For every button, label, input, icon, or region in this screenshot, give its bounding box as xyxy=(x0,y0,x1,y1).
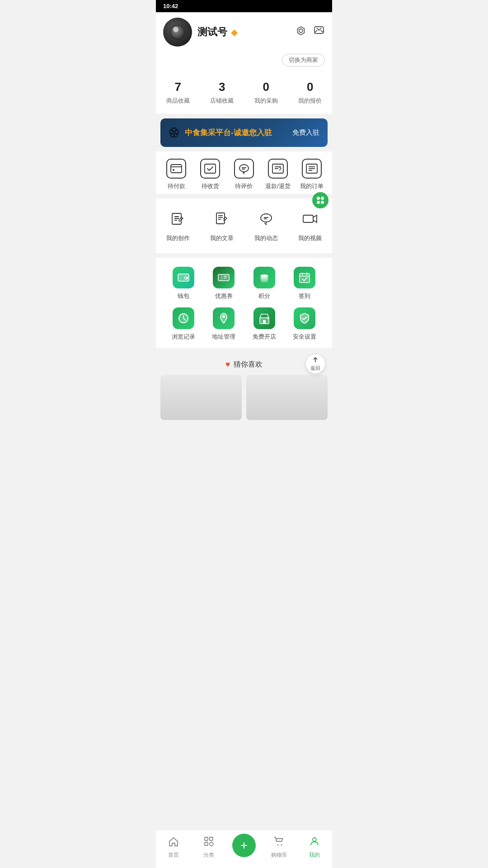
banner-left: 🏵 中食集采平台-诚邀您入驻 xyxy=(169,126,272,140)
svg-point-3 xyxy=(173,169,174,171)
checkin-icon xyxy=(294,267,315,288)
banner-badge-icon: 🏵 xyxy=(169,126,180,140)
status-time: 10:42 xyxy=(163,3,178,9)
refund-icon xyxy=(268,159,288,179)
svg-rect-39 xyxy=(263,320,266,324)
wallet-item-security[interactable]: 安全设置 xyxy=(285,307,325,341)
stat-label-quote: 我的报价 xyxy=(298,97,322,105)
order-label-pending-receipt: 待收货 xyxy=(202,182,219,190)
switch-merchant-row: 切换为商家 xyxy=(156,54,332,73)
stat-number-purchase: 0 xyxy=(263,80,269,94)
svg-point-24 xyxy=(185,278,186,279)
order-label-pending-review: 待评价 xyxy=(235,182,253,190)
svg-rect-2 xyxy=(171,165,182,173)
address-icon xyxy=(213,307,235,329)
product-row xyxy=(156,375,332,420)
status-bar: 10:42 xyxy=(156,0,332,12)
my-creation-icon xyxy=(170,211,186,230)
banner-action-button[interactable]: 免费入驻 xyxy=(292,128,319,137)
wallet-item-coupon[interactable]: 优惠券 xyxy=(204,267,244,300)
pending-review-icon xyxy=(234,159,254,179)
stat-number-goods-collection: 7 xyxy=(175,80,181,94)
order-label-my-orders: 我的订单 xyxy=(300,182,324,190)
history-icon xyxy=(173,307,194,329)
order-item-pending-receipt[interactable]: 待收货 xyxy=(193,159,227,190)
order-item-refund[interactable]: 退款/退货 xyxy=(261,159,295,190)
corner-badge xyxy=(312,192,328,208)
username: 测试号 xyxy=(197,25,227,39)
product-card-2[interactable] xyxy=(246,375,328,420)
platform-banner[interactable]: 🏵 中食集采平台-诚邀您入驻 免费入驻 xyxy=(160,118,328,147)
svg-point-5 xyxy=(239,165,249,172)
stat-item-goods-collection[interactable]: 7 商品收藏 xyxy=(166,80,190,105)
order-item-pending-review[interactable]: 待评价 xyxy=(227,159,261,190)
creation-grid: 我的创作 我的文章 xyxy=(156,208,332,246)
wallet-item-points[interactable]: 积分 xyxy=(244,267,285,300)
recommend-header-wrapper: ♥ 猜你喜欢 返回 xyxy=(156,353,332,375)
svg-point-18 xyxy=(261,214,272,222)
wallet-grid: 钱包 优惠券 xyxy=(163,267,325,341)
wallet-item-store[interactable]: 免费开店 xyxy=(244,307,285,341)
recommend-title: 猜你喜欢 xyxy=(234,360,263,369)
creation-label-my-creation: 我的创作 xyxy=(166,234,190,242)
creation-section: 我的创作 我的文章 xyxy=(156,198,332,253)
svg-rect-21 xyxy=(303,215,313,222)
svg-rect-32 xyxy=(300,274,310,283)
wallet-label-store: 免费开店 xyxy=(253,333,276,341)
stat-number-quote: 0 xyxy=(307,80,313,94)
wallet-label-history: 浏览记录 xyxy=(172,333,195,341)
svg-point-37 xyxy=(222,315,225,318)
wallet-label-checkin: 签到 xyxy=(299,292,310,300)
order-label-pending-payment: 待付款 xyxy=(168,182,185,190)
stat-item-purchase[interactable]: 0 我的采购 xyxy=(254,80,278,105)
banner-text: 中食集采平台-诚邀您入驻 xyxy=(185,127,272,138)
pending-payment-icon xyxy=(166,159,186,179)
stat-number-store-collection: 3 xyxy=(219,80,225,94)
heart-icon: ♥ xyxy=(225,360,230,369)
coupon-icon xyxy=(213,267,235,288)
svg-rect-25 xyxy=(218,274,229,281)
header-right xyxy=(295,25,325,39)
avatar[interactable] xyxy=(163,18,192,47)
diamond-icon: ◆ xyxy=(231,27,238,38)
svg-rect-4 xyxy=(205,164,216,173)
back-to-top-label: 返回 xyxy=(310,365,320,372)
wallet-item-checkin[interactable]: 签到 xyxy=(285,267,325,300)
wallet-section: 钱包 优惠券 xyxy=(156,258,332,348)
creation-label-my-videos: 我的视频 xyxy=(298,234,322,242)
my-videos-icon xyxy=(302,211,318,230)
wallet-item-wallet[interactable]: 钱包 xyxy=(163,267,204,300)
creation-label-my-dynamics: 我的动态 xyxy=(254,234,278,242)
stat-item-quote[interactable]: 0 我的报价 xyxy=(298,80,322,105)
header-left: 测试号 ◆ xyxy=(163,18,238,47)
wallet-item-address[interactable]: 地址管理 xyxy=(204,307,244,341)
stat-label-goods-collection: 商品收藏 xyxy=(166,97,190,105)
creation-item-my-creation[interactable]: 我的创作 xyxy=(156,208,200,246)
my-orders-icon xyxy=(302,159,322,179)
creation-item-my-videos[interactable]: 我的视频 xyxy=(288,208,333,246)
settings-icon[interactable] xyxy=(295,25,307,39)
back-to-top-button[interactable]: 返回 xyxy=(306,354,325,373)
stat-item-store-collection[interactable]: 3 店铺收藏 xyxy=(210,80,234,105)
svg-rect-14 xyxy=(216,213,225,224)
creation-item-my-articles[interactable]: 我的文章 xyxy=(200,208,244,246)
points-icon xyxy=(253,267,275,288)
header: 测试号 ◆ xyxy=(156,12,332,54)
order-item-my-orders[interactable]: 我的订单 xyxy=(295,159,328,190)
switch-merchant-button[interactable]: 切换为商家 xyxy=(282,54,325,66)
order-item-pending-payment[interactable]: 待付款 xyxy=(160,159,193,190)
creation-label-my-articles: 我的文章 xyxy=(210,234,234,242)
product-card-1[interactable] xyxy=(160,375,242,420)
stats-row: 7 商品收藏 3 店铺收藏 0 我的采购 0 我的报价 xyxy=(156,73,332,114)
wallet-label-wallet: 钱包 xyxy=(178,292,189,300)
my-articles-icon xyxy=(214,211,230,230)
my-dynamics-icon xyxy=(258,211,274,230)
wallet-label-points: 积分 xyxy=(258,292,270,300)
wallet-item-history[interactable]: 浏览记录 xyxy=(163,307,204,341)
wallet-icon xyxy=(173,267,194,288)
creation-item-my-dynamics[interactable]: 我的动态 xyxy=(244,208,288,246)
message-icon[interactable] xyxy=(313,25,325,39)
order-section: 待付款 待收货 待评价 xyxy=(156,151,332,194)
wallet-label-address: 地址管理 xyxy=(212,333,235,341)
stat-label-store-collection: 店铺收藏 xyxy=(210,97,234,105)
